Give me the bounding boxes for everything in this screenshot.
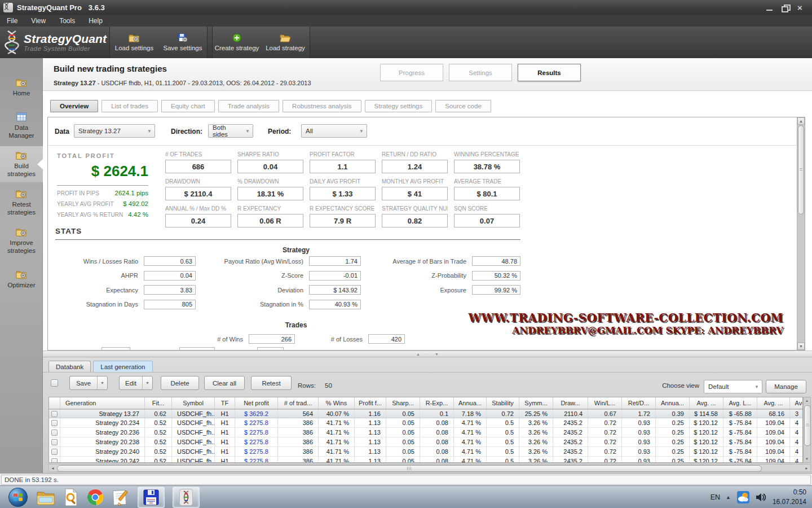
save-button[interactable]: Save▼ <box>69 376 108 390</box>
column-header-symbol[interactable]: Symbol <box>172 397 215 409</box>
minimize-button[interactable] <box>766 5 774 11</box>
column-header-net-profit[interactable]: Net profit <box>235 397 278 409</box>
overview-scrollbar[interactable]: ▲ ▼ <box>797 117 805 350</box>
splitter-down-icon[interactable]: ▼ <box>435 352 439 356</box>
row-checkbox[interactable] <box>51 439 58 445</box>
scroll-down-icon[interactable]: ▼ <box>797 343 805 350</box>
tray-expand-icon[interactable]: ▲ <box>726 494 731 500</box>
row-checkbox[interactable] <box>51 458 58 463</box>
column-header-ret-d[interactable]: Ret/D... <box>622 397 656 409</box>
column-header-annua[interactable]: Annua... <box>656 397 690 409</box>
column-header-wins[interactable]: % Wins <box>319 397 355 409</box>
sidebar-item-data-manager[interactable]: Data Manager <box>0 108 43 144</box>
text-editor[interactable] <box>112 487 130 507</box>
delete-button[interactable]: Delete <box>161 376 199 390</box>
row-checkbox[interactable] <box>51 420 58 426</box>
databank-tab-last-generation[interactable]: Last generation <box>93 361 152 373</box>
column-header-symm[interactable]: Symm... <box>519 397 553 409</box>
scroll-right-icon[interactable]: ► <box>803 465 810 471</box>
column-header-avg[interactable]: Avg. <box>790 397 803 409</box>
chevron-down-icon[interactable]: ▼ <box>142 376 152 389</box>
save-tool[interactable]: -64- <box>138 487 165 508</box>
table-row[interactable]: Strategy 20.2380.52USDCHF_fh...H1$ 2275.… <box>49 437 802 447</box>
file-explorer[interactable] <box>36 487 55 507</box>
row-checkbox[interactable] <box>51 430 58 436</box>
clock[interactable]: 0:50 16.07.2014 <box>773 488 806 506</box>
column-header-fit[interactable]: Fit... <box>145 397 172 409</box>
table-row[interactable]: Strategy 13.270.62USDCHF_fh...H1$ 3629.2… <box>49 409 802 418</box>
column-header-generation[interactable]: Generation <box>60 397 145 409</box>
table-row[interactable]: Strategy 20.2400.52USDCHF_fh...H1$ 2275.… <box>49 447 802 457</box>
column-header-stability[interactable]: Stability <box>487 397 519 409</box>
databank-tab-databank[interactable]: Databank <box>48 361 91 373</box>
scrollbar-thumb[interactable] <box>804 405 811 446</box>
scroll-up-icon[interactable]: ▲ <box>797 117 805 125</box>
row-checkbox[interactable] <box>51 411 58 417</box>
column-header-profit-f[interactable]: Profit f... <box>355 397 386 409</box>
column-header-win-l[interactable]: Win/L... <box>588 397 622 409</box>
table-horizontal-scrollbar[interactable]: ◄ ► <box>48 464 811 472</box>
column-header-annua[interactable]: Annua... <box>454 397 487 409</box>
create-strategy-button[interactable]: Create strategy <box>213 27 261 58</box>
panel-splitter[interactable]: ▲ ···· ▼ <box>43 351 812 357</box>
column-header-avg[interactable]: Avg. ... <box>690 397 723 409</box>
table-row[interactable]: Strategy 20.2340.52USDCHF_fh...H1$ 2275.… <box>49 418 802 428</box>
strategyquant-app[interactable] <box>173 487 200 508</box>
tab-equity-chart[interactable]: Equity chart <box>161 100 215 112</box>
table-row[interactable]: Strategy 20.2420.52USDCHF_fh...H1$ 2275.… <box>49 457 802 463</box>
weather-tray-icon[interactable] <box>736 491 750 504</box>
column-header-avg-l[interactable]: Avg. L... <box>723 397 757 409</box>
period-select[interactable]: All ▼ <box>301 124 367 138</box>
load-strategy-button[interactable]: Load strategy <box>261 27 310 58</box>
sidebar-item-retest-strategies[interactable]: Retest strategies <box>0 185 43 221</box>
settings-button[interactable]: Settings <box>449 64 512 81</box>
volume-icon[interactable] <box>756 492 767 502</box>
save-settings-button[interactable]: Save settings <box>158 27 207 58</box>
column-header-sharp[interactable]: Sharp... <box>386 397 420 409</box>
splitter-up-icon[interactable]: ▲ <box>416 352 420 356</box>
column-header-r-exp[interactable]: R-Exp... <box>420 397 454 409</box>
sidebar-item-improve-strategies[interactable]: Improve strategies <box>0 223 43 259</box>
scroll-down-icon[interactable]: ▼ <box>804 456 810 462</box>
scrollbar-thumb[interactable] <box>57 465 762 472</box>
load-settings-button[interactable]: Load settings <box>110 27 158 58</box>
start-button[interactable] <box>8 487 28 507</box>
search-tool[interactable] <box>63 487 79 507</box>
scrollbar-thumb[interactable] <box>798 125 804 214</box>
tab-strategy-settings[interactable]: Strategy settings <box>365 100 433 112</box>
column-header-tf[interactable]: TF <box>215 397 235 409</box>
manage-button[interactable]: Manage <box>766 380 806 393</box>
scroll-left-icon[interactable]: ◄ <box>49 465 56 471</box>
column-header-of-trad[interactable]: # of trad... <box>278 397 319 409</box>
tab-list-of-trades[interactable]: List of trades <box>102 100 158 112</box>
view-select[interactable]: Default ▼ <box>704 380 762 393</box>
menu-file[interactable]: File <box>0 16 24 26</box>
tab-robustness-analysis[interactable]: Robustness analysis <box>283 100 361 112</box>
tab-source-code[interactable]: Source code <box>435 100 491 112</box>
retest-button[interactable]: Retest <box>251 376 292 390</box>
results-button[interactable]: Results <box>518 64 581 81</box>
select-all-checkbox[interactable] <box>51 379 58 387</box>
sidebar-item-optimizer[interactable]: Optimizer <box>0 261 43 297</box>
table-vertical-scrollbar[interactable]: ▲ ▼ <box>803 397 811 463</box>
sidebar-item-build-strategies[interactable]: Build strategies <box>0 146 43 182</box>
column-header-avg[interactable]: Avg. ... <box>757 397 790 409</box>
tab-overview[interactable]: Overview <box>50 100 98 112</box>
scroll-up-icon[interactable]: ▲ <box>804 397 810 404</box>
data-select[interactable]: Strategy 13.27 ▼ <box>74 124 155 138</box>
language-indicator[interactable]: EN <box>710 493 720 501</box>
sidebar-item-home[interactable]: Home <box>0 69 43 106</box>
column-header-draw[interactable]: Draw... <box>553 397 588 409</box>
clear-all-button[interactable]: Clear all <box>204 376 245 390</box>
menu-help[interactable]: Help <box>82 16 109 26</box>
table-row[interactable]: Strategy 20.2360.52USDCHF_fh...H1$ 2275.… <box>49 428 802 437</box>
menu-view[interactable]: View <box>24 16 52 26</box>
chrome-browser[interactable] <box>87 487 104 507</box>
chevron-down-icon[interactable]: ▼ <box>97 376 107 389</box>
direction-select[interactable]: Both sides ▼ <box>208 124 253 138</box>
menu-tools[interactable]: Tools <box>52 16 82 26</box>
tab-trade-analysis[interactable]: Trade analysis <box>218 100 279 112</box>
close-button[interactable]: × <box>797 5 805 11</box>
row-checkbox[interactable] <box>51 449 58 455</box>
edit-button[interactable]: Edit▼ <box>119 376 153 390</box>
